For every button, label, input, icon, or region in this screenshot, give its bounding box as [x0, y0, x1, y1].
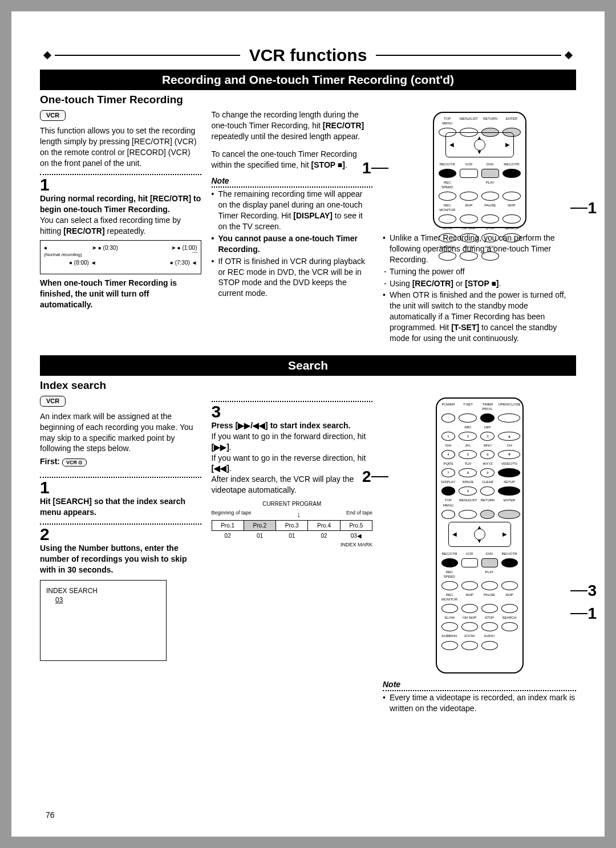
- osd-title: INDEX SEARCH: [46, 586, 160, 595]
- callout-number: 1: [587, 603, 597, 624]
- page-title: VCR functions: [249, 46, 367, 65]
- subheading-index-search: Index search: [40, 379, 576, 392]
- osd-value: 03: [55, 595, 160, 604]
- otr-col2: To change the recording length during th…: [212, 109, 373, 345]
- step1-text: You can select a fixed recording time by…: [40, 215, 201, 237]
- step-number: 1: [40, 479, 201, 496]
- step3-l3: After index search, the VCR will play th…: [212, 474, 373, 496]
- search-intro: An index mark will be assigned at the be…: [40, 411, 201, 455]
- step2-text: Using the Number buttons, enter the numb…: [40, 543, 201, 575]
- rule-line: [376, 55, 561, 56]
- timing-diagram: ● (Normal recording) ➤ ● (0:30) ➤ ● (1:0…: [40, 240, 201, 274]
- index-mark-label: INDEX MARK: [212, 541, 373, 548]
- step3-l2: If you want to go in the reverse directi…: [212, 453, 373, 474]
- step3-l1: If you want to go in the forward directi…: [212, 431, 373, 453]
- vcr-badge: VCR: [40, 110, 66, 121]
- tape-diagram: CURRENT PROGRAM Beginning of tape↓End of…: [212, 500, 373, 548]
- after-diagram: When one-touch Timer Recording is finish…: [40, 278, 201, 310]
- note-item: If OTR is finished in VCR during playbac…: [218, 256, 373, 299]
- side-item: Unlike a Timer Recording, you can perfor…: [390, 233, 576, 265]
- step3-bold: Press [▶▶/◀◀] to start index search.: [212, 420, 373, 431]
- otr-col1: VCR This function allows you to set the …: [40, 109, 201, 345]
- note-list: Every time a videotape is recorded, an i…: [383, 692, 576, 714]
- vcr-small-icon: VCR ⊙: [62, 459, 87, 466]
- section-band-search: Search: [40, 355, 576, 376]
- remote-diagram-partial: TOP MENUMENU/LISTRETURNENTER ▲▼ ◀▶ REC/O…: [433, 112, 526, 228]
- search-col2: 3 Press [▶▶/◀◀] to start index search. I…: [212, 395, 373, 715]
- side-list: Unlike a Timer Recording, you can perfor…: [383, 233, 576, 265]
- remote-diagram-full: POWERT-SETTIMER PROG.OPEN/CLOSE ABCDEF 1…: [436, 397, 524, 673]
- search-col1: VCR An index mark will be assigned at th…: [40, 395, 201, 715]
- note-heading: Note: [212, 176, 373, 186]
- note-list: The remaining recording time will appear…: [212, 189, 373, 299]
- dash-item: Using [REC/OTR] or [STOP ■].: [390, 278, 576, 289]
- otr-intro: This function allows you to set the reco…: [40, 125, 201, 169]
- step-number: 3: [212, 403, 373, 420]
- first-label: First:: [40, 457, 60, 466]
- note-item: The remaining recording time will appear…: [218, 189, 373, 232]
- search-col3: 2 3 1 POWERT-SETTIMER PROG.OPEN/CLOSE AB…: [383, 395, 576, 715]
- col2-text-a: To change the recording length during th…: [212, 109, 373, 142]
- dash-item: Turning the power off: [390, 266, 576, 277]
- osd-screen: INDEX SEARCH 03: [40, 580, 167, 661]
- side-list: When OTR is finished and the power is tu…: [383, 290, 576, 343]
- side-item: When OTR is finished and the power is tu…: [390, 290, 576, 343]
- col2-text-b: To cancel the one-touch Timer Recording …: [212, 149, 373, 171]
- step1-bold: During normal recording, hit [REC/OTR] t…: [40, 193, 201, 215]
- step-number: 1: [40, 176, 201, 193]
- note-item: Every time a videotape is recorded, an i…: [390, 692, 576, 714]
- callout-number: 1: [362, 157, 371, 179]
- page-number: 76: [46, 810, 55, 819]
- dash-list: Turning the power off Using [REC/OTR] or…: [383, 266, 576, 289]
- callout-number: 3: [587, 580, 597, 602]
- callout-number: 1: [587, 197, 597, 219]
- step1-text: Hit [SEARCH] so that the index search me…: [40, 496, 201, 518]
- callout-number: 2: [362, 466, 371, 488]
- vcr-badge: VCR: [40, 396, 66, 407]
- section-band-recording: Recording and One-touch Timer Recording …: [40, 70, 576, 90]
- step-number: 2: [40, 526, 201, 543]
- dotted-rule: [212, 186, 373, 188]
- diamond-icon: [43, 51, 51, 59]
- otr-col3: 1 1 TOP MENUMENU/LISTRETURNENTER ▲▼ ◀▶ R…: [383, 109, 576, 345]
- dotted-rule: [40, 174, 201, 175]
- note-heading: Note: [383, 679, 576, 690]
- note-item: You cannot pause a one-touch Timer Recor…: [218, 233, 373, 255]
- rule-line: [55, 55, 240, 56]
- section-header: VCR functions: [40, 46, 576, 65]
- diamond-icon: [565, 51, 573, 59]
- subheading-otr: One-touch Timer Recording: [40, 94, 576, 106]
